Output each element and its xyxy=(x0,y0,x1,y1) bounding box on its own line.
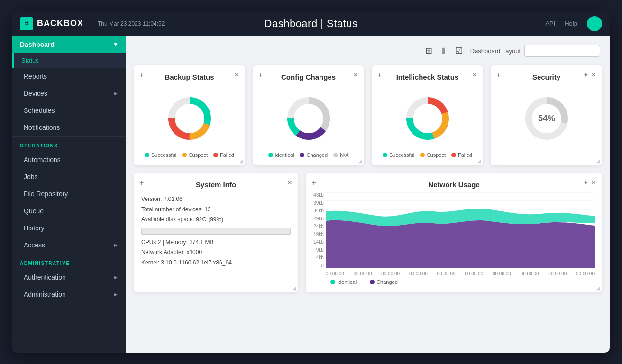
network-resize-icon[interactable]: ◢ xyxy=(596,285,600,291)
sidebar-item-jobs[interactable]: Jobs xyxy=(12,168,126,185)
config-donut-chart xyxy=(283,92,335,145)
sidebar-dashboard-label: Dashboard xyxy=(20,41,55,48)
intellicheck-add-icon[interactable]: + xyxy=(377,71,382,80)
security-resize-icon[interactable]: ◢ xyxy=(596,158,600,164)
disk-bar xyxy=(141,228,291,235)
backup-legend-failed: Failed xyxy=(220,152,234,158)
sysinfo-cpu-memory: CPUs 2 | Memory: 374.1 MB xyxy=(141,237,291,248)
security-close-icon[interactable]: ✕ xyxy=(591,71,596,79)
operations-section-label: OPERATIONS xyxy=(12,136,126,151)
top-header: ⌗ BACKBOX Thu Mar 23 2023 11:04:52 Dashb… xyxy=(12,11,610,36)
backup-donut-wrap xyxy=(141,85,238,148)
administration-arrow-icon: ► xyxy=(113,291,119,297)
config-close-icon[interactable]: ✕ xyxy=(353,71,358,79)
network-close-icon[interactable]: ✕ xyxy=(591,179,596,186)
intellicheck-donut-wrap xyxy=(379,85,476,148)
cards-grid-top: + Backup Status ✕ xyxy=(134,65,602,165)
grid-view-icon[interactable]: ⊞ xyxy=(423,44,434,58)
backup-donut-chart xyxy=(164,92,216,145)
security-title: Security xyxy=(498,73,595,81)
sidebar-item-queue[interactable]: Queue xyxy=(12,202,126,219)
config-legend-na: N/A xyxy=(340,152,348,158)
intellicheck-title: Intellicheck Status xyxy=(379,73,476,81)
sidebar-item-access[interactable]: Access ► xyxy=(12,237,126,254)
authentication-arrow-icon: ► xyxy=(113,274,119,280)
check-icon[interactable]: ☑ xyxy=(453,44,465,58)
network-usage-title: Network Usage xyxy=(313,181,595,189)
backup-close-icon[interactable]: ✕ xyxy=(234,71,239,79)
network-settings-icon[interactable]: ✦ xyxy=(583,179,589,186)
column-view-icon[interactable]: ⦀ xyxy=(440,44,448,58)
layout-select[interactable] xyxy=(524,45,600,57)
intellicheck-legend: Successful Suspect Failed xyxy=(379,152,476,158)
header-right: API Help xyxy=(545,16,602,31)
sysinfo-kernel: Kernel: 3.10.0-1160.62.1el7.x86_64 xyxy=(141,258,291,268)
network-y-axis: 43kb 39kb 34kb 29kb 24kb 19kb 14kb 9kb 4… xyxy=(313,192,326,268)
network-x-axis: 00:00:00 00:00:00 00:00:00 00:00:00 00:0… xyxy=(326,270,595,276)
sidebar-item-administration[interactable]: Administration ► xyxy=(12,286,126,303)
sidebar-item-reports[interactable]: Reports xyxy=(12,68,126,85)
backup-resize-icon[interactable]: ◢ xyxy=(239,158,243,164)
sidebar-item-notifications[interactable]: Notifications xyxy=(12,119,126,136)
network-add-icon[interactable]: + xyxy=(311,179,316,187)
user-avatar[interactable] xyxy=(587,16,602,31)
intellicheck-close-icon[interactable]: ✕ xyxy=(472,71,477,79)
sidebar: Dashboard ▼ Status Reports Devices ► Sch… xyxy=(12,36,126,353)
datetime: Thu Mar 23 2023 11:04:52 xyxy=(98,20,165,27)
main-layout: Dashboard ▼ Status Reports Devices ► Sch… xyxy=(12,36,610,353)
config-legend-changed: Changed xyxy=(306,152,328,158)
network-legend-changed: Changed xyxy=(376,279,398,285)
sidebar-item-status[interactable]: Status xyxy=(12,53,126,68)
network-area-chart xyxy=(326,192,595,268)
config-add-icon[interactable]: + xyxy=(258,71,263,80)
sysinfo-close-icon[interactable]: ✕ xyxy=(287,179,293,186)
sidebar-item-file-repository[interactable]: File Repository xyxy=(12,185,126,202)
config-donut-wrap xyxy=(260,85,357,148)
administrative-section-label: ADMINISTRATIVE xyxy=(12,254,126,269)
sysinfo-disk-space: Available disk space: 92G (99%) xyxy=(141,215,291,225)
sidebar-item-devices[interactable]: Devices ► xyxy=(12,85,126,102)
network-chart-area: 00:00:00 00:00:00 00:00:00 00:00:00 00:0… xyxy=(326,192,595,276)
api-link[interactable]: API xyxy=(545,20,555,27)
intellicheck-donut-chart xyxy=(402,92,454,145)
logo-icon: ⌗ xyxy=(20,17,33,30)
intellicheck-card: + Intellicheck Status ✕ xyxy=(372,65,483,165)
security-settings-icon[interactable]: ✦ xyxy=(583,71,589,79)
config-legend: Identical Changed N/A xyxy=(260,152,357,158)
network-chart-container: 43kb 39kb 34kb 29kb 24kb 19kb 14kb 9kb 4… xyxy=(313,192,595,276)
sidebar-item-schedules[interactable]: Schedules xyxy=(12,102,126,119)
layout-select-wrap: Dashboard Layout xyxy=(470,45,600,57)
network-legend: Identical Changed xyxy=(313,279,595,285)
content-area: ⊞ ⦀ ☑ Dashboard Layout + Backup Status ✕ xyxy=(126,36,610,353)
access-arrow-icon: ► xyxy=(113,242,119,248)
sysinfo-version: Version: 7.01.06 xyxy=(141,194,291,205)
sidebar-item-authentication[interactable]: Authentication ► xyxy=(12,269,126,286)
dashboard-arrow-icon: ▼ xyxy=(113,41,119,48)
sysinfo-network-adapter: Network Adapter: x1000 xyxy=(141,247,291,258)
config-legend-identical: Identical xyxy=(275,152,294,158)
config-changes-card: + Config Changes ✕ xyxy=(253,65,364,165)
sidebar-dashboard-button[interactable]: Dashboard ▼ xyxy=(12,36,126,53)
sysinfo-resize-icon[interactable]: ◢ xyxy=(293,285,296,291)
sysinfo-title: System Info xyxy=(141,181,291,189)
sidebar-item-automations[interactable]: Automations xyxy=(12,151,126,168)
backup-add-icon[interactable]: + xyxy=(139,71,144,80)
security-donut-wrap: 54% xyxy=(498,85,595,148)
network-usage-card: + Network Usage ✦ ✕ 43kb 39kb 34kb 29kb … xyxy=(306,173,602,292)
config-resize-icon[interactable]: ◢ xyxy=(358,158,362,164)
dashboard-toolbar: ⊞ ⦀ ☑ Dashboard Layout xyxy=(134,44,602,58)
logo: ⌗ BACKBOX xyxy=(20,17,83,30)
intellicheck-resize-icon[interactable]: ◢ xyxy=(477,158,481,164)
network-legend-identical: Identical xyxy=(337,279,357,285)
security-card: + Security ✦ ✕ 54% ◢ xyxy=(491,65,602,165)
backup-legend: Successful Suspect Failed xyxy=(141,152,238,158)
sysinfo-content: Version: 7.01.06 Total number of devices… xyxy=(141,192,291,270)
security-add-icon[interactable]: + xyxy=(496,71,501,80)
help-link[interactable]: Help xyxy=(565,20,577,27)
security-donut-chart: 54% xyxy=(521,92,573,145)
backup-status-title: Backup Status xyxy=(141,73,238,81)
layout-label: Dashboard Layout xyxy=(470,47,521,55)
sysinfo-add-icon[interactable]: + xyxy=(139,179,144,187)
logo-text: BACKBOX xyxy=(37,18,83,28)
sidebar-item-history[interactable]: History xyxy=(12,219,126,237)
